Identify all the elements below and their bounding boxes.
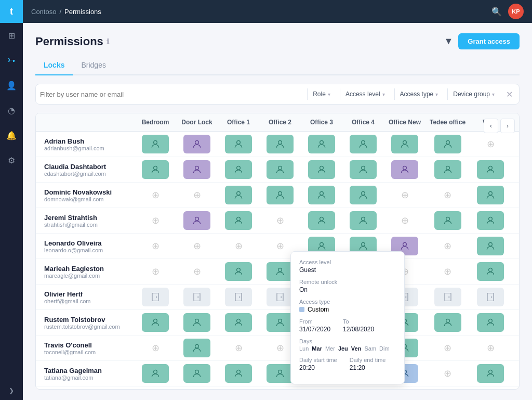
permission-granted-green[interactable] [308, 160, 335, 179]
permission-cell[interactable]: ⊕ [384, 183, 425, 208]
permission-granted-green[interactable] [477, 262, 504, 281]
permission-cell[interactable] [470, 310, 511, 336]
permission-cell[interactable] [218, 310, 259, 336]
permission-cell[interactable] [301, 132, 342, 157]
permission-cell[interactable] [425, 208, 470, 234]
filter-clear-button[interactable]: ✕ [504, 89, 515, 99]
permission-cell[interactable] [176, 285, 218, 310]
permission-cell[interactable]: ⊕ [218, 234, 259, 259]
permission-add[interactable]: ⊕ [183, 262, 210, 281]
permission-cell[interactable]: ⊕ [301, 386, 342, 390]
permission-granted-green[interactable] [434, 135, 461, 153]
permission-cell[interactable] [342, 386, 384, 390]
avatar[interactable]: KP [508, 4, 524, 19]
permission-add[interactable]: ⊕ [434, 262, 461, 281]
info-icon[interactable]: ℹ [107, 37, 109, 46]
permission-granted-green[interactable] [225, 211, 252, 230]
permission-add[interactable]: ⊕ [434, 364, 461, 383]
permission-add[interactable]: ⊕ [391, 211, 418, 230]
permission-cell[interactable]: ⊕ [470, 336, 511, 361]
permission-cell[interactable]: ⊕ [135, 336, 176, 361]
permission-add[interactable]: ⊕ [142, 237, 169, 255]
permission-cell[interactable]: ⊕ [425, 336, 470, 361]
permission-granted-green[interactable] [350, 211, 377, 230]
permission-granted-green[interactable] [308, 186, 335, 204]
permission-granted-green[interactable] [267, 186, 294, 204]
permission-granted-green[interactable] [350, 160, 377, 179]
permission-granted-green[interactable] [225, 313, 252, 332]
permission-add[interactable]: ⊕ [267, 211, 294, 230]
permission-cell[interactable]: ⊕ [218, 336, 259, 361]
filter-button[interactable]: ▼ [444, 36, 454, 47]
permission-cell[interactable] [384, 386, 425, 390]
permission-cell[interactable] [218, 259, 259, 285]
permission-cell[interactable] [218, 386, 259, 390]
permission-granted-green[interactable] [225, 135, 252, 153]
permission-cell[interactable] [470, 183, 511, 208]
permission-granted-green[interactable] [267, 313, 294, 332]
permission-granted-green[interactable] [183, 339, 210, 357]
permission-add[interactable]: ⊕ [434, 339, 461, 357]
permission-cell[interactable] [301, 208, 342, 234]
permission-add[interactable]: ⊕ [183, 186, 210, 204]
permission-cell[interactable]: ⊕ [425, 386, 470, 390]
permission-door[interactable] [183, 288, 210, 306]
permission-granted-green[interactable] [225, 262, 252, 281]
permission-cell[interactable] [342, 157, 384, 183]
access-level-filter[interactable]: Access level ▾ [340, 88, 390, 100]
permission-add[interactable]: ⊕ [477, 135, 504, 153]
permission-tooltip-trigger[interactable] [267, 262, 294, 281]
permission-add[interactable]: ⊕ [434, 186, 461, 204]
permission-granted-green[interactable] [391, 135, 418, 153]
permission-granted-green[interactable] [477, 160, 504, 179]
permission-granted-purple[interactable] [183, 211, 210, 230]
permission-cell[interactable]: ⊕ [425, 183, 470, 208]
permission-cell[interactable] [425, 157, 470, 183]
permission-add[interactable]: ⊕ [142, 339, 169, 357]
permission-granted-green[interactable] [477, 237, 504, 255]
permission-cell[interactable]: ⊕ [384, 208, 425, 234]
permission-door[interactable] [267, 288, 294, 306]
permission-add[interactable]: ⊕ [183, 237, 210, 255]
permission-granted-green[interactable] [434, 160, 461, 179]
permission-granted-green[interactable] [183, 364, 210, 383]
access-type-filter[interactable]: Access type ▾ [394, 88, 444, 100]
permission-cell[interactable] [384, 157, 425, 183]
permission-cell[interactable] [218, 183, 259, 208]
permission-cell[interactable] [135, 361, 176, 386]
permission-granted-green[interactable] [350, 135, 377, 153]
permission-cell[interactable] [470, 259, 511, 285]
permission-add[interactable]: ⊕ [267, 339, 294, 357]
permission-granted-green[interactable] [267, 364, 294, 383]
tab-bridges[interactable]: Bridges [73, 58, 114, 75]
settings-icon[interactable]: ⚙ [0, 149, 23, 172]
permission-cell[interactable] [176, 310, 218, 336]
permission-cell[interactable] [218, 361, 259, 386]
permission-cell[interactable] [218, 132, 259, 157]
permission-granted-green[interactable] [142, 135, 169, 153]
permission-cell[interactable] [176, 361, 218, 386]
nav-prev-button[interactable]: ‹ [484, 119, 498, 133]
permission-cell[interactable] [135, 132, 176, 157]
permission-cell[interactable] [176, 208, 218, 234]
permission-cell[interactable] [176, 132, 218, 157]
permission-cell[interactable]: ⊕ [425, 234, 470, 259]
permission-granted-green[interactable] [434, 313, 461, 332]
permission-cell[interactable]: ⊕ [135, 183, 176, 208]
permission-granted-green[interactable] [308, 135, 335, 153]
permission-add[interactable]: ⊕ [477, 339, 504, 357]
tab-locks[interactable]: Locks [35, 58, 73, 75]
permission-granted-purple[interactable] [183, 135, 210, 153]
permission-add[interactable]: ⊕ [225, 237, 252, 255]
permission-cell[interactable] [342, 132, 384, 157]
permission-cell[interactable] [470, 208, 511, 234]
permission-cell[interactable]: ⊕ [176, 183, 218, 208]
permission-granted-purple[interactable] [391, 160, 418, 179]
permission-cell[interactable] [301, 157, 342, 183]
app-logo[interactable]: t [0, 0, 23, 23]
permission-granted-green[interactable] [308, 211, 335, 230]
permission-cell[interactable] [135, 386, 176, 390]
nav-next-button[interactable]: › [500, 119, 515, 133]
permission-granted-green[interactable] [225, 186, 252, 204]
sidebar-expand[interactable]: ❯ [0, 381, 23, 400]
